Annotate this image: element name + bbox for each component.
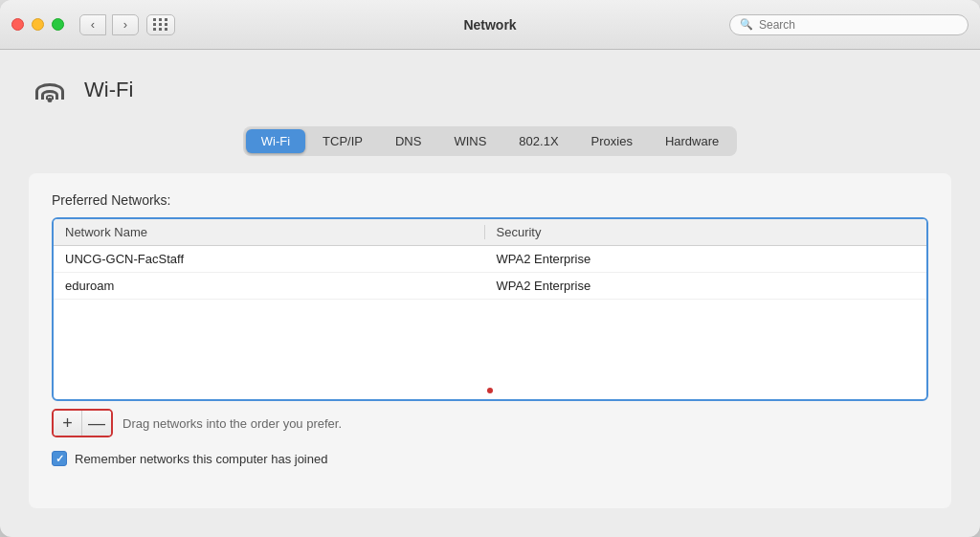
table-row[interactable]: eduroam WPA2 Enterprise xyxy=(54,273,926,300)
remember-checkbox[interactable] xyxy=(52,451,67,466)
window-title: Network xyxy=(463,17,516,33)
wifi-title: Wi-Fi xyxy=(84,78,133,102)
remember-label: Remember networks this computer has join… xyxy=(75,452,327,466)
controls-hint: Drag networks into the order you prefer. xyxy=(122,416,342,431)
maximize-button[interactable] xyxy=(52,18,64,31)
tab-dns[interactable]: DNS xyxy=(380,129,436,153)
titlebar: ‹ › Network 🔍 xyxy=(0,0,980,50)
wifi-icon xyxy=(29,69,71,111)
add-remove-group: + — xyxy=(52,409,113,437)
traffic-lights xyxy=(11,18,64,31)
close-button[interactable] xyxy=(11,18,24,31)
remove-network-button[interactable]: — xyxy=(82,411,111,436)
grid-view-button[interactable] xyxy=(146,14,175,35)
security-1: WPA2 Enterprise xyxy=(484,252,916,266)
preferred-label: Preferred Networks: xyxy=(52,192,928,208)
tab-wins[interactable]: WINS xyxy=(438,129,501,153)
tab-hardware[interactable]: Hardware xyxy=(650,129,734,153)
network-name-2: eduroam xyxy=(65,279,484,293)
nav-buttons: ‹ › xyxy=(79,14,139,35)
tab-8021x[interactable]: 802.1X xyxy=(503,129,573,153)
search-icon: 🔍 xyxy=(740,18,753,31)
minimize-button[interactable] xyxy=(32,18,44,31)
wifi-header: Wi-Fi xyxy=(29,69,951,111)
table-row[interactable]: UNCG-GCN-FacStaff WPA2 Enterprise xyxy=(54,246,926,273)
tab-proxies[interactable]: Proxies xyxy=(576,129,648,153)
table-controls: + — Drag networks into the order you pre… xyxy=(52,409,928,437)
content-area: Wi-Fi Wi-Fi TCP/IP DNS WINS 802.1X Proxi… xyxy=(0,50,980,537)
tab-tcpip[interactable]: TCP/IP xyxy=(307,129,378,153)
search-input[interactable] xyxy=(759,18,958,32)
network-window: ‹ › Network 🔍 xyxy=(0,0,980,537)
forward-icon: › xyxy=(123,17,127,32)
back-icon: ‹ xyxy=(91,17,95,32)
remember-row: Remember networks this computer has join… xyxy=(52,451,928,466)
tab-wifi[interactable]: Wi-Fi xyxy=(246,129,305,153)
scroll-indicator xyxy=(487,388,493,393)
back-button[interactable]: ‹ xyxy=(79,14,106,35)
wifi-panel: Preferred Networks: Network Name Securit… xyxy=(29,173,951,508)
search-box[interactable]: 🔍 xyxy=(729,14,969,35)
tabs: Wi-Fi TCP/IP DNS WINS 802.1X Proxies Har… xyxy=(243,126,738,156)
tabs-container: Wi-Fi TCP/IP DNS WINS 802.1X Proxies Har… xyxy=(29,126,951,156)
col-security-header: Security xyxy=(484,225,916,239)
forward-button[interactable]: › xyxy=(112,14,139,35)
network-name-1: UNCG-GCN-FacStaff xyxy=(65,252,484,266)
table-body: UNCG-GCN-FacStaff WPA2 Enterprise eduroa… xyxy=(54,246,926,399)
table-header: Network Name Security xyxy=(54,219,926,246)
grid-icon xyxy=(153,18,168,31)
security-2: WPA2 Enterprise xyxy=(484,279,916,293)
wifi-symbol xyxy=(33,77,67,103)
add-network-button[interactable]: + xyxy=(54,411,82,436)
col-network-header: Network Name xyxy=(65,225,484,239)
networks-table: Network Name Security UNCG-GCN-FacStaff … xyxy=(52,217,928,401)
